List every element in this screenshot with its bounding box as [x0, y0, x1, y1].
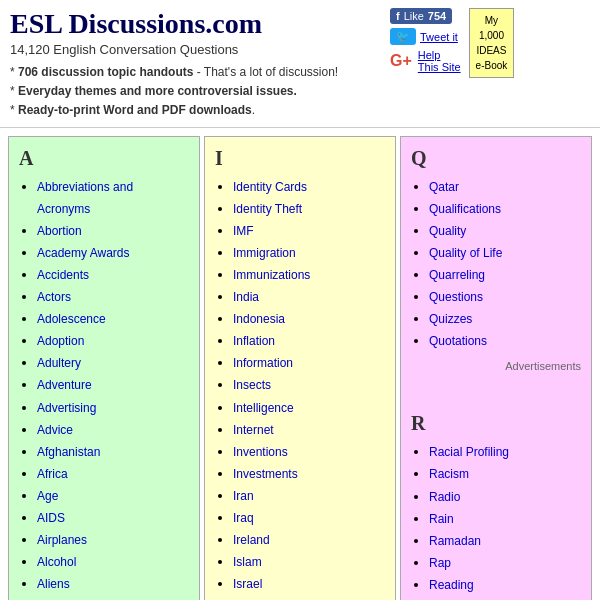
topic-link[interactable]: Inventions — [233, 445, 288, 459]
topic-link[interactable]: Alcohol — [37, 555, 76, 569]
bullet-1: 706 discussion topic handouts - That's a… — [10, 63, 380, 82]
ebook-box[interactable]: My 1,000 IDEAS e-Book — [469, 8, 515, 78]
list-item: Adventure — [37, 374, 189, 396]
list-item: Racism — [429, 463, 581, 485]
topic-link[interactable]: Adolescence — [37, 312, 106, 326]
topic-link[interactable]: Adultery — [37, 356, 81, 370]
list-item: Italy — [233, 595, 385, 600]
twitter-area: 🐦 Tweet it — [390, 28, 461, 45]
list-item: Quality — [429, 220, 581, 242]
list-item: Questions — [429, 286, 581, 308]
topic-link[interactable]: Ireland — [233, 533, 270, 547]
ads-label: Advertisements — [411, 360, 581, 372]
topic-link[interactable]: Investments — [233, 467, 298, 481]
topic-link[interactable]: Rain — [429, 512, 454, 526]
topic-link[interactable]: Qualifications — [429, 202, 501, 216]
topic-link[interactable]: Adoption — [37, 334, 84, 348]
topic-link[interactable]: Advice — [37, 423, 73, 437]
header-right: f Like 754 🐦 Tweet it G+ Help This Site … — [390, 8, 590, 78]
gplus-button[interactable]: G+ — [390, 52, 412, 70]
topic-link[interactable]: Quality of Life — [429, 246, 502, 260]
list-item: Afghanistan — [37, 441, 189, 463]
help-link[interactable]: Help This Site — [418, 49, 461, 73]
list-item: Alcohol — [37, 551, 189, 573]
topic-link[interactable]: Quizzes — [429, 312, 472, 326]
topic-link[interactable]: Ramadan — [429, 534, 481, 548]
topic-link[interactable]: Racism — [429, 467, 469, 481]
list-item: Africa — [37, 463, 189, 485]
col-a-letter: A — [19, 147, 189, 170]
list-item: Abortion — [37, 220, 189, 242]
topic-link[interactable]: Iran — [233, 489, 254, 503]
col-i-letter: I — [215, 147, 385, 170]
topic-link[interactable]: AIDS — [37, 511, 65, 525]
topic-link[interactable]: Identity Theft — [233, 202, 302, 216]
column-qr: Q QatarQualificationsQualityQuality of L… — [400, 136, 592, 600]
topic-link[interactable]: Iraq — [233, 511, 254, 525]
list-item: Actors — [37, 286, 189, 308]
topic-link[interactable]: Aliens — [37, 577, 70, 591]
topic-link[interactable]: Racial Profiling — [429, 445, 509, 459]
list-item: Age — [37, 485, 189, 507]
list-item: Adultery — [37, 352, 189, 374]
list-item: Accidents — [37, 264, 189, 286]
col-q-letter: Q — [411, 147, 581, 170]
list-item: Aliens — [37, 573, 189, 595]
topic-link[interactable]: Indonesia — [233, 312, 285, 326]
site-title-link[interactable]: ESL Discussions.com — [10, 8, 262, 39]
list-item: Qualifications — [429, 198, 581, 220]
gplus-area: G+ Help This Site — [390, 49, 461, 73]
topic-link[interactable]: Internet — [233, 423, 274, 437]
tweet-link[interactable]: Tweet it — [420, 31, 458, 43]
bullet-list: 706 discussion topic handouts - That's a… — [10, 63, 380, 121]
bullet-1-bold: 706 discussion topic handouts — [18, 65, 193, 79]
topic-link[interactable]: Insects — [233, 378, 271, 392]
column-a: A Abbreviations and AcronymsAbortionAcad… — [8, 136, 200, 600]
topic-link[interactable]: Academy Awards — [37, 246, 130, 260]
topic-link[interactable]: India — [233, 290, 259, 304]
list-item: Islam — [233, 551, 385, 573]
list-item: Ramadan — [429, 530, 581, 552]
twitter-button[interactable]: 🐦 — [390, 28, 416, 45]
list-item: Reading — [429, 574, 581, 596]
list-item: Ireland — [233, 529, 385, 551]
topic-link[interactable]: Adventure — [37, 378, 92, 392]
topic-link[interactable]: Abortion — [37, 224, 82, 238]
topic-link[interactable]: IMF — [233, 224, 254, 238]
list-item: Identity Cards — [233, 176, 385, 198]
topic-link[interactable]: Questions — [429, 290, 483, 304]
list-item: Immunizations — [233, 264, 385, 286]
topic-link[interactable]: Actors — [37, 290, 71, 304]
topic-link[interactable]: Reading — [429, 578, 474, 592]
topic-link[interactable]: Africa — [37, 467, 68, 481]
topic-link[interactable]: Intelligence — [233, 401, 294, 415]
list-item: Iraq — [233, 507, 385, 529]
topic-link[interactable]: Age — [37, 489, 58, 503]
topic-link[interactable]: Quality — [429, 224, 466, 238]
list-item: Academy Awards — [37, 242, 189, 264]
topic-link[interactable]: Identity Cards — [233, 180, 307, 194]
topic-link[interactable]: Inflation — [233, 334, 275, 348]
topic-link[interactable]: Islam — [233, 555, 262, 569]
list-item: Rap — [429, 552, 581, 574]
topic-link[interactable]: Afghanistan — [37, 445, 100, 459]
topic-link[interactable]: Airplanes — [37, 533, 87, 547]
topic-link[interactable]: Radio — [429, 490, 460, 504]
topic-link[interactable]: Quarreling — [429, 268, 485, 282]
topic-link[interactable]: Immigration — [233, 246, 296, 260]
fb-like-button[interactable]: f Like 754 — [390, 8, 452, 24]
topic-link[interactable]: Qatar — [429, 180, 459, 194]
col-r-links: Racial ProfilingRacismRadioRainRamadanRa… — [411, 441, 581, 600]
topic-link[interactable]: Information — [233, 356, 293, 370]
topic-link[interactable]: Advertising — [37, 401, 96, 415]
topic-link[interactable]: Quotations — [429, 334, 487, 348]
topic-link[interactable]: Accidents — [37, 268, 89, 282]
topic-link[interactable]: Israel — [233, 577, 262, 591]
fb-count: 754 — [428, 10, 446, 22]
topic-link[interactable]: Rap — [429, 556, 451, 570]
list-item: India — [233, 286, 385, 308]
bullet-2: Everyday themes and more controversial i… — [10, 82, 380, 101]
list-item: Adolescence — [37, 308, 189, 330]
topic-link[interactable]: Immunizations — [233, 268, 310, 282]
topic-link[interactable]: Abbreviations and Acronyms — [37, 180, 133, 216]
